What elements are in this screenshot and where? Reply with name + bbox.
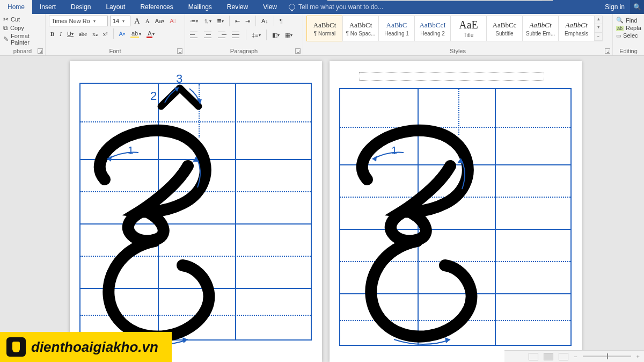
svg-marker-10: [372, 156, 377, 162]
tab-home[interactable]: Home: [0, 0, 32, 14]
group-styles: AaBbCt¶ NormalAaBbCt¶ No Spac...AaBbCHea…: [303, 14, 613, 55]
clipboard-dialog-launcher[interactable]: [38, 48, 43, 54]
zoom-in-button[interactable]: +: [636, 353, 640, 360]
styles-scroll[interactable]: ▾: [595, 24, 602, 32]
shrink-font-button[interactable]: A: [144, 16, 151, 26]
style-heading-1[interactable]: AaBbCHeading 1: [378, 16, 415, 41]
clear-formatting-button[interactable]: A⃠: [168, 16, 177, 26]
select-label: Selec: [623, 32, 638, 39]
increase-indent-button[interactable]: ⇥: [244, 17, 252, 25]
painter-label: Format Painter: [11, 33, 42, 46]
style-title[interactable]: AaETitle: [450, 16, 487, 41]
decrease-indent-button[interactable]: ⇤: [233, 17, 241, 25]
font-dialog-launcher[interactable]: [177, 48, 182, 54]
font-color-button[interactable]: A▾: [145, 30, 156, 39]
highlight-button[interactable]: ab▾: [129, 30, 143, 39]
tell-me[interactable]: Tell me what you want to do...: [289, 0, 383, 14]
ribbon: Cut Copy Format Painter pboard Times New…: [0, 14, 644, 56]
align-right-button[interactable]: [216, 30, 228, 40]
replace-button[interactable]: Repla: [616, 25, 641, 31]
cut-button[interactable]: Cut: [3, 16, 42, 23]
brush-icon: [3, 35, 9, 43]
tab-mailings[interactable]: Mailings: [181, 0, 219, 14]
font-name-combo[interactable]: Times New Ro▾: [49, 16, 108, 26]
horizontal-ruler[interactable]: 2246810121418: [327, 0, 553, 1]
tab-review[interactable]: Review: [219, 0, 255, 14]
subscript-button[interactable]: x₂: [91, 30, 99, 38]
logo-text: dienthoaigiakho.vn: [31, 339, 158, 356]
styles-scroll[interactable]: ⌄: [595, 33, 602, 41]
paragraph-dialog-launcher[interactable]: [295, 48, 301, 54]
logo-icon: [6, 337, 26, 357]
find-button[interactable]: Find: [616, 17, 641, 24]
print-layout-button[interactable]: [544, 353, 553, 360]
group-paragraph: ≔▾ ⒈▾ ≣▾ ⇤ ⇥ A↓ ¶ ‡≡▾ ◧▾ ▦▾ Paragraph: [185, 14, 303, 55]
text-cursor-field[interactable]: [359, 72, 544, 81]
align-center-button[interactable]: [202, 30, 214, 40]
select-button[interactable]: Selec: [616, 32, 641, 39]
sort-button[interactable]: A↓: [260, 17, 270, 25]
page-2: 1: [330, 61, 582, 362]
font-name-value: Times New Ro: [52, 18, 90, 24]
u-label: U: [67, 31, 71, 37]
superscript-button[interactable]: x²: [101, 30, 109, 38]
tab-layout[interactable]: Layout: [98, 0, 133, 14]
document-area[interactable]: 2 3 1: [0, 56, 644, 362]
zoom-slider[interactable]: [583, 356, 631, 357]
zoom-out-button[interactable]: −: [574, 353, 577, 360]
tell-me-label: Tell me what you want to do...: [298, 3, 383, 11]
multilevel-button[interactable]: ≣▾: [215, 17, 225, 25]
numbering-button[interactable]: ⒈▾: [202, 17, 213, 26]
format-painter-button[interactable]: Format Painter: [3, 33, 42, 46]
copy-button[interactable]: Copy: [3, 24, 42, 32]
line-spacing-button[interactable]: ‡≡▾: [250, 31, 262, 39]
bullets-button[interactable]: ≔▾: [188, 17, 200, 25]
replace-label: Repla: [626, 25, 641, 31]
style-subtle-em---[interactable]: AaBbCtSubtle Em...: [522, 16, 559, 41]
indent-marker-icon[interactable]: [352, 0, 358, 1]
search-icon[interactable]: 🔍: [630, 0, 644, 14]
show-marks-button[interactable]: ¶: [278, 17, 284, 25]
find-label: Find: [626, 17, 637, 24]
web-layout-button[interactable]: [559, 353, 568, 360]
menu-tabs: Home Insert Design Layout References Mai…: [0, 0, 644, 14]
tab-view[interactable]: View: [255, 0, 284, 14]
svg-marker-9: [197, 99, 202, 104]
group-editing: Find Repla Selec Editing: [613, 14, 644, 55]
shading-button[interactable]: ◧▾: [270, 31, 281, 39]
styles-dialog-launcher[interactable]: [605, 48, 610, 54]
editing-group-label: Editing: [613, 48, 644, 54]
svg-rect-2: [542, 0, 553, 1]
change-case-button[interactable]: Aa▾: [153, 16, 166, 26]
case-label: Aa: [155, 18, 162, 24]
style-emphasis[interactable]: AaBbCtEmphasis: [558, 16, 595, 41]
styles-scroll[interactable]: ▴: [595, 16, 602, 24]
italic-button[interactable]: I: [58, 30, 63, 38]
bold-button[interactable]: B: [49, 30, 56, 38]
find-icon: [616, 17, 624, 24]
styles-gallery: AaBbCt¶ NormalAaBbCt¶ No Spac...AaBbCHea…: [306, 16, 609, 41]
cursive-letter-e-hat: [80, 120, 241, 351]
font-size-combo[interactable]: 14▾: [110, 16, 130, 26]
text-effects-button[interactable]: A▾: [118, 30, 127, 38]
style---normal[interactable]: AaBbCt¶ Normal: [306, 16, 343, 41]
tab-insert[interactable]: Insert: [32, 0, 63, 14]
justify-button[interactable]: [230, 30, 242, 40]
tab-references[interactable]: References: [133, 0, 180, 14]
watermark-logo: dienthoaigiakho.vn: [0, 332, 172, 362]
font-size-value: 14: [113, 18, 119, 24]
sign-in-link[interactable]: Sign in: [599, 0, 630, 14]
cursive-letter-e: [343, 120, 504, 351]
strikethrough-button[interactable]: abc: [77, 30, 89, 38]
align-left-button[interactable]: [188, 30, 200, 40]
style---no-spac---[interactable]: AaBbCt¶ No Spac...: [342, 16, 379, 41]
tab-design[interactable]: Design: [63, 0, 98, 14]
style-subtitle[interactable]: AaBbCcSubtitle: [486, 16, 523, 41]
underline-button[interactable]: U▾: [65, 30, 75, 38]
style-heading-2[interactable]: AaBbCcIHeading 2: [414, 16, 451, 41]
group-clipboard: Cut Copy Format Painter pboard: [0, 14, 46, 55]
grow-font-button[interactable]: A: [133, 16, 142, 26]
status-bar: − +: [504, 350, 644, 362]
borders-button[interactable]: ▦▾: [283, 31, 294, 39]
read-mode-button[interactable]: [529, 353, 538, 360]
